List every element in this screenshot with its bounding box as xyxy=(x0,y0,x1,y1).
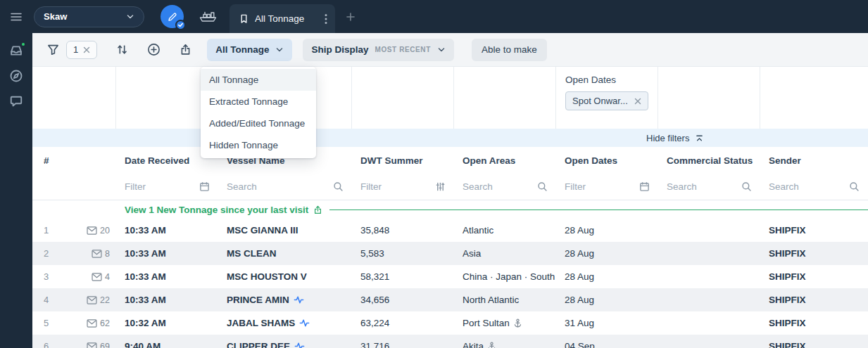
table-body: 1 20 10:33 AM MSC GIANNA III 35,848 Atla… xyxy=(32,219,868,348)
row-index-cell: 4 22 xyxy=(32,295,116,305)
main-content: 1 All Tonnage Ship Display MOST RECENT xyxy=(32,33,868,348)
column-header-open-areas[interactable]: Open Areas xyxy=(454,155,556,166)
table-row[interactable]: 2 8 10:33 AM MS CLEAN 5,583 Asia 28 Aug … xyxy=(32,242,868,265)
sidebar-inbox-button[interactable] xyxy=(9,44,23,58)
open-dates-chip-label: Spot Onwar... xyxy=(572,96,628,106)
workspace-name: Skaw xyxy=(44,11,67,22)
column-header-dwt-summer[interactable]: DWT Summer xyxy=(352,155,454,166)
date-received-filter-input[interactable] xyxy=(125,181,195,192)
chevron-down-icon xyxy=(437,46,446,54)
table-row[interactable]: 5 62 10:32 AM JABAL SHAMS 63,224 Port Su… xyxy=(32,311,868,335)
anchor-icon xyxy=(487,342,496,348)
filter-panel-cell xyxy=(32,67,116,129)
menu-item-hidden-tonnage[interactable]: Hidden Tonnage xyxy=(201,134,316,156)
table-filter-row xyxy=(32,174,868,200)
unread-mail-count: 4 xyxy=(92,272,110,282)
add-button[interactable] xyxy=(147,43,161,56)
ship-button[interactable] xyxy=(199,9,218,24)
sliders-icon[interactable] xyxy=(435,181,446,192)
open-dates-cell: 28 Aug xyxy=(556,248,658,259)
table-header: # Date Received Vessel Name DWT Summer O… xyxy=(32,147,868,174)
active-filter-chip[interactable]: 1 xyxy=(66,41,97,59)
table-row[interactable]: 3 4 10:33 AM MSC HOUSTON V 58,321 China … xyxy=(32,265,868,288)
column-header-open-dates[interactable]: Open Dates xyxy=(556,155,658,166)
workspace-selector[interactable]: Skaw xyxy=(34,6,144,27)
dwt-summer-filter-input[interactable] xyxy=(360,181,431,192)
date-received-cell: 10:32 AM xyxy=(116,318,218,328)
new-tab-button[interactable] xyxy=(345,11,356,22)
tab-label: All Tonnage xyxy=(255,13,317,24)
remove-chip-button[interactable] xyxy=(634,98,641,105)
table-row[interactable]: 6 69 9:40 AM CLIPPER DEE 31,716 Akita 04… xyxy=(32,335,868,348)
filter-count: 1 xyxy=(73,44,78,55)
open-dates-cell: 31 Aug xyxy=(556,318,658,328)
row-number: 4 xyxy=(44,295,49,305)
date-received-cell: 10:33 AM xyxy=(116,295,218,305)
menu-item-added-edited-tonnage[interactable]: Added/Edited Tonnage xyxy=(201,112,316,134)
compose-button[interactable] xyxy=(161,5,184,28)
tonnage-view-dropdown[interactable]: All Tonnage xyxy=(207,39,292,61)
tab-all-tonnage[interactable]: All Tonnage xyxy=(229,4,335,33)
dwt-summer-cell: 5,583 xyxy=(352,248,454,259)
unread-mail-count: 20 xyxy=(87,226,110,236)
vessel-name-search-input[interactable] xyxy=(227,181,329,192)
search-icon[interactable] xyxy=(741,181,752,192)
row-index-cell: 6 69 xyxy=(32,341,116,348)
open-areas-value: North Atlantic xyxy=(463,295,519,305)
pulse-icon xyxy=(299,318,310,328)
sidebar xyxy=(0,33,32,348)
column-header-index[interactable]: # xyxy=(32,155,116,166)
menu-item-extracted-tonnage[interactable]: Extracted Tonnage xyxy=(201,91,316,112)
open-areas-search-input[interactable] xyxy=(463,181,533,192)
search-icon[interactable] xyxy=(537,181,548,192)
mail-count-value: 22 xyxy=(100,295,110,305)
tonnage-view-value: All Tonnage xyxy=(215,44,269,55)
hide-filters-bar: Hide filters xyxy=(32,129,868,147)
open-dates-filter-input[interactable] xyxy=(565,181,635,192)
filter-panel: Open Dates Spot Onwar... xyxy=(32,67,868,129)
dwt-summer-cell: 58,321 xyxy=(352,271,454,282)
view-dropdown-menu: All Tonnage Extracted Tonnage Added/Edit… xyxy=(201,67,316,158)
commercial-status-search-input[interactable] xyxy=(667,181,737,192)
calendar-icon[interactable] xyxy=(199,181,210,192)
new-tonnage-text: View 1 New Tonnage since your last visit xyxy=(125,205,308,215)
tab-options-button[interactable] xyxy=(323,12,329,26)
open-areas-value: Atlantic xyxy=(463,225,493,236)
sender-cell: SHIPFIX xyxy=(760,225,868,236)
open-areas-cell: Asia xyxy=(454,248,556,259)
filter-cell-open-dates xyxy=(556,181,658,192)
export-button[interactable] xyxy=(180,44,191,56)
table-row[interactable]: 4 22 10:33 AM PRINCE AMIN 34,656 North A… xyxy=(32,288,868,311)
plus-circle-icon xyxy=(147,43,161,56)
hamburger-menu-button[interactable] xyxy=(0,11,32,23)
menu-item-all-tonnage[interactable]: All Tonnage xyxy=(201,69,316,91)
sidebar-chat-button[interactable] xyxy=(9,94,23,108)
search-icon[interactable] xyxy=(849,181,860,192)
ship-display-label: Ship Display xyxy=(311,44,368,55)
filter-button[interactable] xyxy=(47,44,59,56)
sender-search-input[interactable] xyxy=(769,181,845,192)
sender-cell: SHIPFIX xyxy=(760,318,868,328)
able-to-make-button[interactable]: Able to make xyxy=(472,39,547,61)
filter-cell-dwt-summer xyxy=(352,181,454,192)
calendar-icon[interactable] xyxy=(639,181,650,192)
hide-filters-button[interactable]: Hide filters xyxy=(646,129,704,147)
column-header-commercial-status[interactable]: Commercial Status xyxy=(658,155,760,166)
vessel-name: MS CLEAN xyxy=(227,248,277,259)
open-dates-filter-chip[interactable]: Spot Onwar... xyxy=(565,91,648,110)
sort-button[interactable] xyxy=(116,44,128,56)
sidebar-compass-button[interactable] xyxy=(9,69,23,83)
new-tonnage-link[interactable]: View 1 New Tonnage since your last visit xyxy=(125,205,322,215)
vessel-name-cell: MSC GIANNA III xyxy=(218,225,352,236)
search-icon[interactable] xyxy=(333,181,344,192)
compass-icon xyxy=(9,69,23,83)
row-index-cell: 1 20 xyxy=(32,225,116,236)
date-received-cell: 10:33 AM xyxy=(116,225,218,236)
filter-panel-open-dates: Open Dates Spot Onwar... xyxy=(556,67,658,129)
table-row[interactable]: 1 20 10:33 AM MSC GIANNA III 35,848 Atla… xyxy=(32,219,868,242)
open-areas-cell: Akita xyxy=(454,341,556,348)
clear-filter-button[interactable] xyxy=(83,46,90,53)
column-header-sender[interactable]: Sender xyxy=(760,155,868,166)
ship-display-dropdown[interactable]: Ship Display MOST RECENT xyxy=(303,39,453,61)
vessel-name: PRINCE AMIN xyxy=(227,295,289,305)
